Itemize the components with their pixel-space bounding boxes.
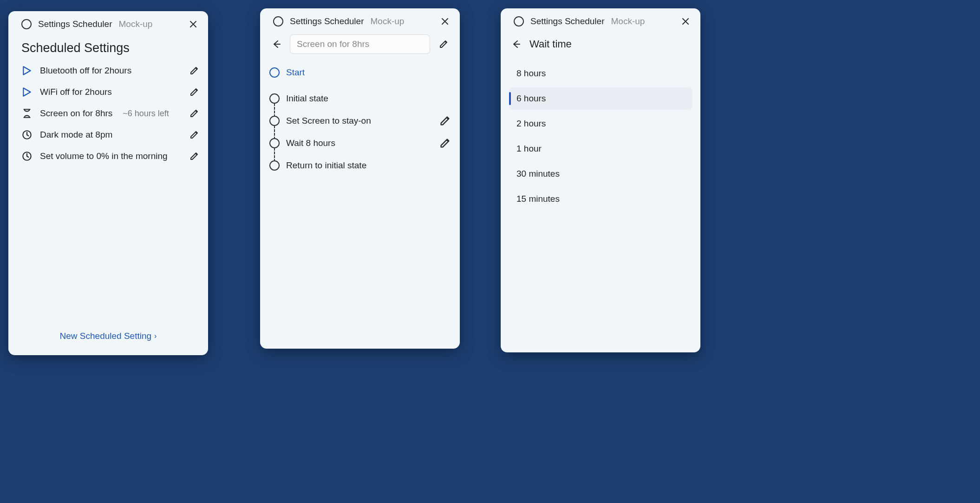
list-item[interactable]: Dark mode at 8pm	[21, 125, 200, 145]
step-connector	[274, 148, 275, 162]
app-subtitle: Mock-up	[371, 16, 405, 26]
close-button[interactable]	[439, 16, 451, 27]
subheader: Wait time	[501, 30, 700, 55]
step-label: Wait 8 hours	[286, 138, 335, 148]
close-button[interactable]	[188, 19, 199, 30]
item-hint: ~6 hours left	[123, 109, 169, 119]
play-icon	[21, 65, 33, 76]
step-label: Set Screen to stay-on	[286, 116, 371, 126]
step-node-icon	[269, 116, 280, 126]
step-row[interactable]: Return to initial state	[269, 154, 451, 177]
wait-time-options: 8 hours 6 hours 2 hours 1 hour 30 minute…	[501, 55, 700, 210]
wait-time-option[interactable]: 1 hour	[509, 138, 692, 160]
app-logo-icon	[21, 19, 32, 29]
item-label: Bluetooth off for 2hours	[40, 66, 131, 76]
footer-link-label: New Scheduled Setting	[60, 331, 152, 341]
item-label: Screen on for 8hrs	[40, 108, 112, 119]
schedule-name-input[interactable]	[290, 34, 430, 54]
edit-button[interactable]	[189, 86, 200, 98]
edit-step-button[interactable]	[439, 138, 451, 149]
item-label: WiFi off for 2hours	[40, 87, 112, 97]
item-label: Set volume to 0% in the morning	[40, 151, 168, 161]
app-title: Settings Scheduler	[38, 19, 112, 29]
wait-time-option[interactable]: 30 minutes	[509, 163, 692, 185]
step-connector	[274, 103, 275, 117]
list-item[interactable]: Set volume to 0% in the morning	[21, 146, 200, 166]
start-node-icon	[269, 67, 280, 78]
edit-button[interactable]	[189, 129, 200, 140]
step-node-icon	[269, 138, 280, 148]
app-logo-icon	[273, 16, 283, 26]
step-label: Initial state	[286, 93, 328, 104]
scheduled-settings-list: Bluetooth off for 2hours WiFi off for 2h…	[8, 59, 208, 166]
close-button[interactable]	[680, 16, 691, 27]
back-button[interactable]	[509, 37, 523, 51]
steps-list: Start Initial state Set Screen to stay-o…	[260, 57, 460, 177]
step-row[interactable]: Initial state	[269, 87, 451, 110]
list-item[interactable]: Bluetooth off for 2hours	[21, 61, 200, 80]
hourglass-icon	[21, 108, 33, 119]
step-connector	[274, 126, 275, 139]
list-item[interactable]: WiFi off for 2hours	[21, 82, 200, 102]
edit-button[interactable]	[189, 65, 200, 76]
list-item[interactable]: Screen on for 8hrs ~6 hours left	[21, 104, 200, 123]
start-row[interactable]: Start	[269, 63, 451, 82]
app-title: Settings Scheduler	[290, 16, 364, 26]
edit-button[interactable]	[189, 151, 200, 162]
step-label: Return to initial state	[286, 160, 366, 171]
wait-time-option[interactable]: 2 hours	[509, 113, 692, 135]
back-button[interactable]	[269, 37, 283, 51]
play-icon	[21, 86, 33, 98]
step-node-icon	[269, 160, 280, 171]
app-subtitle: Mock-up	[119, 19, 153, 29]
page-title: Wait time	[529, 38, 572, 50]
step-row[interactable]: Set Screen to stay-on	[269, 110, 451, 132]
new-scheduled-setting-link[interactable]: New Scheduled Setting ›	[8, 331, 208, 355]
step-row[interactable]: Wait 8 hours	[269, 132, 451, 154]
titlebar: Settings Scheduler Mock-up	[501, 8, 700, 30]
clock-icon	[21, 151, 33, 162]
wait-time-option[interactable]: 6 hours	[509, 87, 692, 110]
wait-time-panel: Settings Scheduler Mock-up Wait time 8 h…	[501, 8, 700, 352]
page-title: Scheduled Settings	[8, 33, 208, 59]
chevron-right-icon: ›	[154, 332, 157, 340]
edit-step-button[interactable]	[439, 115, 451, 126]
wait-time-option[interactable]: 15 minutes	[509, 188, 692, 210]
wait-time-option[interactable]: 8 hours	[509, 62, 692, 85]
step-node-icon	[269, 93, 280, 104]
rename-button[interactable]	[437, 37, 451, 51]
app-subtitle: Mock-up	[611, 16, 645, 26]
clock-icon	[21, 129, 33, 140]
start-label: Start	[286, 67, 305, 78]
item-label: Dark mode at 8pm	[40, 130, 112, 140]
scheduled-settings-panel: Settings Scheduler Mock-up Scheduled Set…	[8, 11, 208, 355]
edit-schedule-panel: Settings Scheduler Mock-up Start Initial…	[260, 8, 460, 349]
titlebar: Settings Scheduler Mock-up	[8, 11, 208, 33]
app-title: Settings Scheduler	[530, 16, 605, 26]
edit-button[interactable]	[189, 108, 200, 119]
subheader	[260, 30, 460, 57]
titlebar: Settings Scheduler Mock-up	[260, 8, 460, 30]
app-logo-icon	[514, 16, 524, 26]
